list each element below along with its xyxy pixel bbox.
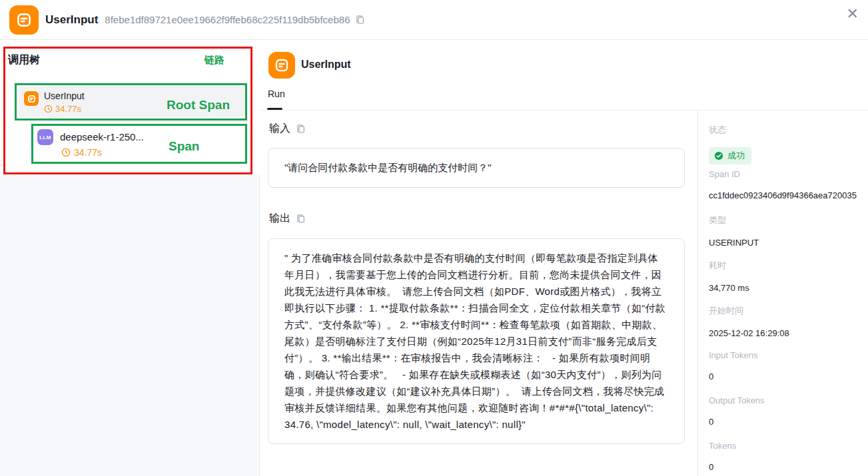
- call-tree-panel: 调用树 链路 UserInput 34.77s: [0, 40, 260, 175]
- tree-node-label: deepseek-r1-250...: [60, 131, 144, 142]
- field-duration: 耗时 34,770 ms: [709, 260, 857, 305]
- tree-node-deepseek[interactable]: LLM deepseek-r1-250... 34.77s: [32, 125, 245, 164]
- userinput-node-icon: [9, 5, 39, 35]
- field-output-tokens: Output Tokens 0: [709, 395, 857, 441]
- copy-output-icon[interactable]: [296, 214, 306, 224]
- copy-trace-id-icon[interactable]: [355, 15, 365, 25]
- tree-node-duration: 34.77s: [44, 104, 81, 114]
- tree-connector: [31, 117, 31, 148]
- field-input-tokens: Input Tokens 0: [709, 350, 857, 395]
- field-tokens: Tokens 0: [709, 441, 857, 476]
- call-tree-region: 调用树 链路 UserInput 34.77s: [0, 40, 260, 476]
- trace-id: 8febe1df89721e0ee19662f9ffeb68c225f119db…: [105, 14, 350, 25]
- field-span-id: Span ID cc1fddec0923406d9f94366aea720035: [709, 169, 857, 214]
- trace-detail-window: UserInput 8febe1df89721e0ee19662f9ffeb68…: [0, 0, 868, 476]
- clock-icon: [44, 105, 53, 113]
- tree-node-duration: 34.77s: [61, 147, 102, 158]
- output-section-label: 输出: [269, 212, 306, 226]
- userinput-node-icon: [24, 91, 39, 106]
- top-header: UserInput 8febe1df89721e0ee19662f9ffeb68…: [0, 0, 868, 40]
- input-section-label: 输入: [269, 122, 306, 136]
- field-status: 状态 成功: [709, 124, 857, 169]
- trace-link-button[interactable]: 链路: [205, 54, 224, 67]
- span-title: UserInput: [301, 59, 351, 71]
- userinput-node-icon: [268, 52, 295, 79]
- status-badge: 成功: [709, 147, 751, 164]
- form-lines-icon: [15, 11, 33, 29]
- tree-node-userinput[interactable]: UserInput 34.77s: [19, 87, 245, 117]
- tree-node-label: UserInput: [44, 91, 85, 101]
- input-text-box: "请问合同付款条款中是否有明确的支付时间？": [268, 148, 685, 188]
- close-icon[interactable]: ✕: [847, 7, 859, 21]
- tab-run[interactable]: Run: [268, 89, 285, 99]
- trace-title: UserInput: [45, 13, 98, 27]
- output-text-box: " 为了准确审核合同付款条款中是否有明确的支付时间（即每笔款项是否指定到具体年月…: [268, 238, 685, 444]
- span-meta-sidebar: 状态 成功 Span ID cc1fddec0923406d9f94366aea…: [697, 111, 868, 476]
- call-tree-title: 调用树: [8, 53, 40, 67]
- span-detail-main: UserInput Run 输入 "请问合同付款条款中是否有明确的支付时间？" …: [260, 40, 697, 476]
- field-type: 类型 USERINPUT: [709, 214, 857, 260]
- clock-icon: [61, 148, 71, 157]
- check-circle-icon: [714, 151, 723, 160]
- copy-input-icon[interactable]: [296, 124, 306, 134]
- llm-icon: LLM: [37, 129, 53, 145]
- field-start-time: 开始时间 2025-12-02 16:29:08: [709, 305, 857, 350]
